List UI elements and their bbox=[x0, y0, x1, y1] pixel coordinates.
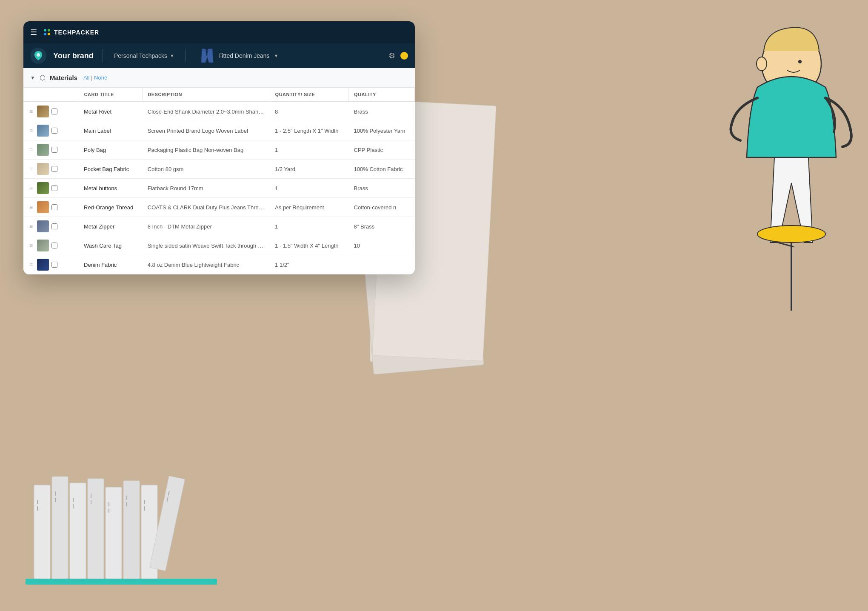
card-title-cell: Denim Fabric bbox=[79, 255, 143, 274]
row-thumbnail bbox=[37, 144, 49, 156]
quality-cell: 8" Brass bbox=[349, 217, 415, 236]
product-dropdown[interactable]: Fitted Denim Jeans ▼ bbox=[196, 46, 283, 66]
quality-cell bbox=[349, 255, 415, 274]
row-controls: ≡ bbox=[23, 102, 79, 121]
quality-cell: Cotton-covered n bbox=[349, 198, 415, 217]
logo-dot-2 bbox=[48, 29, 50, 31]
row-thumbnail bbox=[37, 125, 49, 137]
table-row: ≡ Denim Fabric 4.8 oz Denim Blue Lightwe… bbox=[23, 255, 415, 274]
row-thumbnail bbox=[37, 163, 49, 175]
svg-rect-13 bbox=[106, 487, 122, 579]
col-header-controls bbox=[23, 88, 79, 102]
settings-gear-icon[interactable]: ⚙ bbox=[388, 51, 395, 60]
svg-rect-7 bbox=[70, 483, 86, 579]
techpacks-dropdown-arrow-icon: ▼ bbox=[170, 53, 174, 58]
col-header-card-title: Card Title bbox=[79, 88, 143, 102]
topbar: ☰ TECHPACKER bbox=[23, 21, 415, 43]
row-checkbox[interactable] bbox=[51, 128, 57, 134]
col-header-quality: QUALITY bbox=[349, 88, 415, 102]
description-cell: Screen Printed Brand Logo Woven Label bbox=[143, 121, 270, 140]
svg-line-28 bbox=[770, 240, 794, 247]
hamburger-menu-icon[interactable]: ☰ bbox=[30, 28, 37, 37]
app-logo: TECHPACKER bbox=[44, 29, 99, 36]
row-checkbox[interactable] bbox=[51, 185, 57, 191]
product-name-label: Fitted Denim Jeans bbox=[218, 52, 270, 59]
card-title-cell: Poly Bag bbox=[79, 140, 143, 160]
drag-handle-icon[interactable]: ≡ bbox=[28, 146, 34, 153]
quantity-cell: 1/2 Yard bbox=[270, 160, 348, 179]
svg-rect-10 bbox=[88, 479, 104, 579]
row-controls: ≡ bbox=[23, 140, 79, 159]
drag-handle-icon[interactable]: ≡ bbox=[28, 261, 34, 268]
drag-handle-icon[interactable]: ≡ bbox=[28, 108, 34, 115]
quality-cell: 100% Cotton Fabric bbox=[349, 160, 415, 179]
row-controls: ≡ bbox=[23, 255, 79, 274]
row-thumbnail bbox=[37, 259, 49, 271]
quantity-cell: 1 - 1.5" Width X 4" Length bbox=[270, 236, 348, 255]
row-checkbox[interactable] bbox=[51, 262, 57, 268]
techpacks-label: Personal Techpacks bbox=[114, 52, 167, 59]
materials-table: Card Title DESCRIPTION QUANTITY/ SIZE QU… bbox=[23, 88, 415, 274]
row-checkbox[interactable] bbox=[51, 223, 57, 229]
logo-dots-icon bbox=[44, 29, 51, 36]
logo-dot-3 bbox=[44, 33, 46, 35]
description-cell: Cotton 80 gsm bbox=[143, 160, 270, 179]
card-title-cell: Main Label bbox=[79, 121, 143, 140]
row-thumbnail bbox=[37, 182, 49, 194]
row-controls: ≡ bbox=[23, 217, 79, 236]
svg-rect-0 bbox=[26, 579, 217, 585]
svg-line-23 bbox=[168, 491, 169, 495]
row-checkbox[interactable] bbox=[51, 243, 57, 248]
description-cell: Single sided satin Weave Swift Tack thro… bbox=[143, 236, 270, 255]
quantity-cell: 1 - 2.5" Length X 1" Width bbox=[270, 121, 348, 140]
logo-dot-4 bbox=[48, 33, 50, 35]
row-checkbox[interactable] bbox=[51, 147, 57, 153]
quality-cell: Brass bbox=[349, 102, 415, 121]
row-controls: ≡ bbox=[23, 121, 79, 140]
table-row: ≡ Poly Bag Packaging Plastic Bag Non-wov… bbox=[23, 140, 415, 160]
materials-table-wrapper: Card Title DESCRIPTION QUANTITY/ SIZE QU… bbox=[23, 88, 415, 274]
row-controls: ≡ bbox=[23, 160, 79, 178]
card-title-cell: Metal buttons bbox=[79, 179, 143, 198]
quality-cell: 100% Polyester Yarn bbox=[349, 121, 415, 140]
drag-handle-icon[interactable]: ≡ bbox=[28, 185, 34, 191]
filter-all-link[interactable]: All bbox=[83, 74, 89, 81]
card-title-cell: Red-Orange Thread bbox=[79, 198, 143, 217]
row-checkbox[interactable] bbox=[51, 108, 57, 114]
row-thumbnail bbox=[37, 106, 49, 117]
drag-handle-icon[interactable]: ≡ bbox=[28, 242, 34, 249]
table-row: ≡ Metal Rivet Close-End Shank Diameter 2… bbox=[23, 102, 415, 121]
quantity-cell: As per Requirement bbox=[270, 198, 348, 217]
svg-point-29 bbox=[757, 226, 825, 243]
brand-header: Your brand Personal Techpacks ▼ Fitted D… bbox=[23, 43, 415, 68]
table-row: ≡ Red-Orange Thread COATS & CLARK Dual D… bbox=[23, 198, 415, 217]
logo-dot-1 bbox=[44, 29, 46, 31]
row-checkbox[interactable] bbox=[51, 166, 57, 172]
jeans-product-icon bbox=[200, 48, 214, 63]
quantity-cell: 1 1/2" bbox=[270, 255, 348, 274]
filter-none-link[interactable]: None bbox=[94, 74, 107, 81]
col-header-description: DESCRIPTION bbox=[143, 88, 270, 102]
quantity-cell: 1 bbox=[270, 140, 348, 160]
status-indicator-dot bbox=[400, 52, 408, 60]
table-row: ≡ Pocket Bag Fabric Cotton 80 gsm 1/2 Ya… bbox=[23, 160, 415, 179]
table-header: Card Title DESCRIPTION QUANTITY/ SIZE QU… bbox=[23, 88, 415, 102]
collapse-section-button[interactable]: ▼ bbox=[30, 75, 35, 81]
quality-cell: Brass bbox=[349, 179, 415, 198]
drag-handle-icon[interactable]: ≡ bbox=[28, 127, 34, 134]
brand-name-label: Your brand bbox=[53, 51, 96, 60]
drag-handle-icon[interactable]: ≡ bbox=[28, 166, 34, 172]
materials-cube-icon: ⬡ bbox=[40, 74, 46, 82]
drag-handle-icon[interactable]: ≡ bbox=[28, 223, 34, 230]
drag-handle-icon[interactable]: ≡ bbox=[28, 204, 34, 211]
svg-rect-4 bbox=[52, 477, 68, 579]
row-checkbox[interactable] bbox=[51, 204, 57, 210]
svg-point-34 bbox=[37, 53, 40, 57]
description-cell: Close-End Shank Diameter 2.0~3.0mm Shank… bbox=[143, 102, 270, 121]
description-cell: Flatback Round 17mm bbox=[143, 179, 270, 198]
quantity-cell: 1 bbox=[270, 217, 348, 236]
techpacks-dropdown[interactable]: Personal Techpacks ▼ bbox=[110, 50, 179, 62]
row-thumbnail bbox=[37, 220, 49, 232]
table-row: ≡ Wash Care Tag Single sided satin Weave… bbox=[23, 236, 415, 255]
table-row: ≡ Metal buttons Flatback Round 17mm 1 Br… bbox=[23, 179, 415, 198]
